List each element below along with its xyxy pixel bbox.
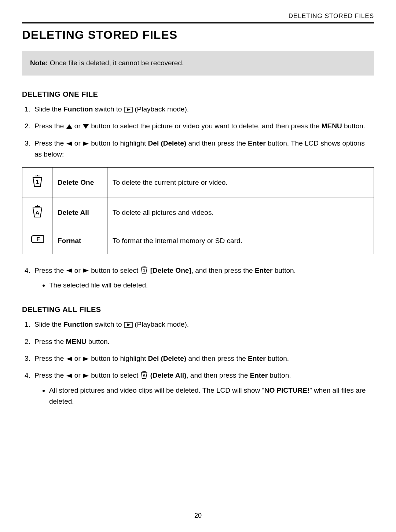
text-bold: Function	[63, 320, 93, 328]
text: (Playback mode).	[135, 105, 189, 113]
svg-marker-5	[83, 142, 89, 146]
svg-marker-24	[83, 357, 89, 361]
text-bold: Function	[63, 105, 93, 113]
text: Press the	[34, 371, 66, 379]
list-item: All stored pictures and video clips will…	[49, 385, 374, 407]
list-item: Press the or button to select A (Delete …	[32, 370, 374, 407]
right-arrow-icon	[82, 373, 89, 378]
cell-desc: To format the internal memory or SD card…	[107, 228, 374, 254]
text-bold: Enter	[255, 267, 273, 274]
cell-name: Format	[52, 228, 107, 254]
text: , and then press the	[186, 371, 250, 379]
text: Press the	[34, 122, 66, 130]
svg-marker-1	[127, 108, 131, 111]
text: or	[74, 267, 82, 274]
delete-one-icon: 1	[31, 174, 44, 187]
left-arrow-icon	[66, 373, 73, 378]
right-arrow-icon	[82, 268, 89, 273]
text-bold: [Delete One]	[150, 267, 191, 274]
text-bold: Del (Delete)	[148, 139, 187, 147]
section1-steps: Slide the Function switch to (Playback m…	[22, 104, 374, 160]
note-text: Once file is deleted, it cannot be recov…	[48, 59, 184, 67]
list-item: Slide the Function switch to (Playback m…	[32, 104, 374, 115]
text: button to highlight	[91, 139, 148, 147]
svg-marker-16	[83, 268, 89, 273]
cell-icon: 1	[22, 168, 52, 198]
cell-desc: To delete the current picture or video.	[107, 168, 374, 198]
cell-name: Delete One	[52, 168, 107, 198]
svg-text:A: A	[35, 209, 39, 216]
svg-text:F: F	[36, 236, 40, 242]
cell-icon: A	[22, 198, 52, 228]
right-arrow-icon	[82, 356, 89, 362]
text: (Playback mode).	[135, 320, 189, 328]
page-title: DELETING STORED FILES	[22, 26, 374, 44]
text-bold: Enter	[250, 371, 268, 379]
svg-marker-26	[83, 374, 89, 378]
list-item: Press the or button to select the pictur…	[32, 121, 374, 132]
text: Press the	[34, 267, 66, 274]
text: Press the	[34, 139, 66, 147]
delete-all-icon: A	[31, 205, 44, 218]
section2-steps: Slide the Function switch to (Playback m…	[22, 319, 374, 407]
sub-bullets: All stored pictures and video clips will…	[34, 385, 374, 407]
sub-bullets: The selected file will be deleted.	[34, 280, 374, 291]
svg-marker-25	[66, 374, 72, 378]
text: , and then press the	[191, 267, 255, 274]
text: switch to	[93, 105, 124, 113]
list-item: Press the MENU button.	[32, 336, 374, 347]
text: All stored pictures and video clips will…	[49, 386, 264, 394]
text: button to select	[91, 267, 140, 274]
text: Press the	[34, 338, 66, 345]
text: button.	[268, 371, 291, 379]
table-row: A Delete All To delete all pictures and …	[22, 198, 374, 228]
list-item: Slide the Function switch to (Playback m…	[32, 319, 374, 330]
text: Press the	[34, 355, 66, 362]
text-bold: Enter	[248, 139, 266, 147]
text-bold: MENU	[322, 122, 342, 130]
text: button to highlight	[91, 355, 148, 362]
text: button to select the picture or video yo…	[91, 122, 321, 130]
svg-text:1: 1	[143, 268, 146, 273]
svg-marker-3	[83, 124, 89, 129]
note-box: Note: Once file is deleted, it cannot be…	[22, 51, 374, 75]
svg-marker-15	[66, 268, 72, 273]
playback-icon	[124, 322, 133, 328]
text: button.	[266, 355, 289, 362]
text-bold: Enter	[248, 355, 266, 362]
section1-steps-cont: Press the or button to select 1 [Delete …	[22, 265, 374, 291]
delete-all-icon: A	[140, 370, 148, 379]
delete-one-icon: 1	[140, 265, 148, 274]
svg-marker-22	[127, 323, 131, 326]
text: and then press the	[186, 139, 248, 147]
list-item: Press the or button to highlight Del (De…	[32, 353, 374, 364]
left-arrow-icon	[66, 141, 73, 146]
note-label: Note:	[30, 59, 48, 67]
cell-name: Delete All	[52, 198, 107, 228]
svg-marker-2	[66, 124, 72, 129]
options-table: 1 Delete One To delete the current pictu…	[22, 167, 374, 254]
text: and then press the	[186, 355, 248, 362]
list-item: Press the or button to highlight Del (De…	[32, 138, 374, 160]
up-arrow-icon	[66, 124, 73, 129]
text-bold: NO PICTURE!	[264, 386, 310, 394]
text: Slide the	[34, 320, 63, 328]
list-item: Press the or button to select 1 [Delete …	[32, 265, 374, 291]
left-arrow-icon	[66, 268, 73, 273]
text-bold: (Delete All)	[150, 371, 187, 379]
playback-icon	[124, 107, 133, 113]
page-number: 20	[0, 510, 396, 521]
text-bold: MENU	[66, 338, 87, 345]
text: or	[74, 122, 82, 130]
list-item: The selected file will be deleted.	[49, 280, 374, 291]
section1-title: DELETING ONE FILE	[22, 88, 374, 100]
svg-marker-4	[66, 142, 72, 146]
section2-title: DELETING ALL FILES	[22, 304, 374, 315]
text-bold: Del (Delete)	[148, 355, 187, 362]
table-row: F Format To format the internal memory o…	[22, 228, 374, 254]
svg-marker-23	[66, 357, 72, 361]
svg-text:1: 1	[36, 179, 39, 185]
text: button to select	[91, 371, 140, 379]
text: or	[74, 355, 82, 362]
down-arrow-icon	[82, 124, 89, 129]
